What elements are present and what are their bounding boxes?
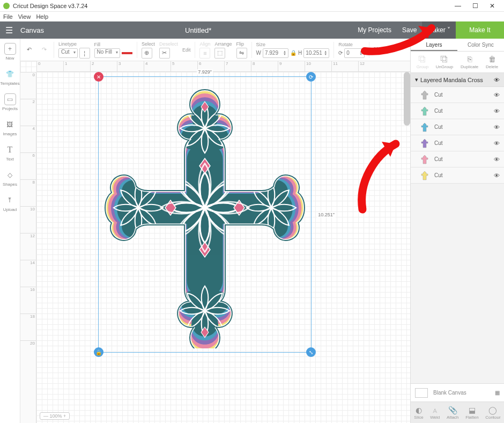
select-all-button[interactable]: ⊕: [142, 48, 152, 59]
weld-button[interactable]: ⟑Weld: [430, 406, 440, 420]
eye-icon[interactable]: 👁: [494, 156, 500, 163]
layer-group-header[interactable]: ▾ Layered Mandala Cross 👁: [411, 73, 504, 87]
make-it-button[interactable]: Make It: [456, 21, 504, 39]
ruler-vertical: 02468101214161820: [20, 72, 36, 423]
eye-icon[interactable]: 👁: [494, 108, 500, 114]
layer-op-label: Cut: [434, 172, 443, 178]
maximize-button[interactable]: ☐: [466, 2, 484, 10]
rail-shapes[interactable]: ◇Shapes: [3, 169, 17, 187]
layer-row[interactable]: Cut👁: [411, 87, 504, 103]
canvas-area[interactable]: 0123456789101112 02468101214161820: [20, 61, 410, 423]
slice-icon: ◐: [416, 406, 422, 414]
flip-button[interactable]: ⇋: [236, 48, 247, 59]
menu-help[interactable]: Help: [36, 13, 48, 20]
linetype-opts[interactable]: ¦: [79, 48, 90, 59]
layer-swatch-icon: [420, 170, 429, 181]
rail-text[interactable]: TText: [4, 144, 16, 162]
document-title[interactable]: Untitled*: [44, 26, 352, 34]
my-projects-button[interactable]: My Projects: [352, 21, 397, 39]
fill-swatch-icon[interactable]: [122, 52, 132, 54]
size-group: Size W 7.929▲▼ 🔒 H 10.251▲▼: [256, 42, 330, 58]
rotate-input[interactable]: 0▲▼: [344, 48, 365, 58]
rotate-icon: ⟳: [338, 50, 343, 56]
app-title: Cricut Design Space v3.7.24: [13, 3, 449, 9]
menu-view[interactable]: View: [18, 13, 31, 20]
redo-button[interactable]: ↷: [39, 45, 49, 55]
delete-button[interactable]: 🗑Delete: [486, 55, 498, 69]
linetype-select[interactable]: Cut: [58, 48, 78, 58]
weld-icon: ⟑: [433, 406, 437, 414]
machine-select[interactable]: Maker ˅: [422, 21, 456, 39]
align-button[interactable]: ≡: [199, 48, 210, 59]
app-logo-icon: [3, 3, 10, 9]
eye-icon[interactable]: 👁: [494, 140, 500, 147]
rail-projects[interactable]: ▭Projects: [2, 93, 18, 111]
layer-op-label: Cut: [434, 108, 443, 114]
eye-icon[interactable]: 👁: [494, 77, 500, 83]
group-button[interactable]: ⿻Group: [417, 55, 428, 69]
height-input[interactable]: 10.251▲▼: [303, 48, 329, 58]
layer-row[interactable]: Cut👁: [411, 135, 504, 151]
rail-new[interactable]: +New: [4, 43, 16, 61]
projects-icon: ▭: [4, 93, 16, 105]
zoom-badge[interactable]: — 100% +: [40, 412, 70, 420]
eye-icon[interactable]: 👁: [494, 92, 500, 98]
blank-swatch-icon: [415, 388, 428, 398]
panel-tabs: Layers Color Sync: [411, 39, 504, 52]
blank-canvas-row[interactable]: Blank Canvas ▦: [411, 383, 504, 402]
layer-row[interactable]: Cut👁: [411, 151, 504, 167]
width-input[interactable]: 7.929▲▼: [263, 48, 288, 58]
grid-toggle-icon[interactable]: ▦: [495, 390, 500, 396]
rail-upload[interactable]: ⤒Upload: [3, 194, 17, 212]
lock-aspect-icon[interactable]: 🔒: [290, 50, 297, 56]
tab-layers[interactable]: Layers: [411, 39, 457, 51]
hamburger-icon[interactable]: ☰: [0, 25, 18, 35]
contour-button[interactable]: ◯Contour: [485, 406, 500, 420]
fill-group: Fill No Fill: [94, 42, 132, 58]
rail-templates[interactable]: 👕Templates: [0, 68, 19, 86]
layer-row[interactable]: Cut👁: [411, 103, 504, 119]
rotate-handle-icon[interactable]: ⟳: [306, 72, 316, 82]
ungroup-icon: ⿻: [441, 55, 448, 63]
selection-box[interactable]: ✕ ⟳ 🔒 ⤡ 7.929" 10.251": [98, 76, 312, 353]
more-button[interactable]: More ▾: [374, 47, 390, 53]
eye-icon[interactable]: 👁: [494, 124, 500, 130]
left-rail: +New 👕Templates ▭Projects 🖼Images TText …: [0, 39, 20, 423]
layer-swatch-icon: [420, 106, 429, 116]
contour-icon: ◯: [488, 406, 497, 414]
upload-icon: ⤒: [4, 194, 16, 206]
group-icon: ⿻: [419, 55, 426, 63]
fill-select[interactable]: No Fill: [94, 48, 120, 58]
resize-handle-icon[interactable]: ⤡: [306, 347, 316, 357]
scrollbar-vertical[interactable]: [404, 72, 410, 126]
bottom-tools: ◐Slice ⟑Weld 📎Attach ⬓Flatten ◯Contour: [411, 402, 504, 423]
ungroup-button[interactable]: ⿻UnGroup: [436, 55, 453, 69]
close-button[interactable]: ✕: [484, 2, 501, 10]
delete-handle-icon[interactable]: ✕: [94, 72, 103, 82]
menu-file[interactable]: File: [3, 13, 13, 20]
duplicate-button[interactable]: ⎘Duplicate: [461, 55, 478, 69]
save-button[interactable]: Save: [397, 21, 422, 39]
layer-row[interactable]: Cut👁: [411, 167, 504, 184]
arrange-button[interactable]: ⬚: [214, 48, 225, 59]
layer-row[interactable]: Cut👁: [411, 119, 504, 135]
tshirt-icon: 👕: [4, 68, 16, 80]
layer-swatch-icon: [420, 90, 429, 100]
app-header: ☰ Canvas Untitled* My Projects Save Make…: [0, 21, 504, 39]
lock-handle-icon[interactable]: 🔒: [94, 347, 103, 357]
eye-icon[interactable]: 👁: [494, 172, 500, 179]
menu-bar: File View Help: [0, 12, 504, 21]
caret-down-icon: ▾: [415, 76, 418, 83]
undo-button[interactable]: ↶: [24, 45, 34, 55]
image-icon: 🖼: [4, 119, 16, 130]
slice-button[interactable]: ◐Slice: [414, 406, 423, 420]
right-panel: Layers Color Sync ⿻Group ⿻UnGroup ⎘Dupli…: [410, 39, 504, 423]
attach-button[interactable]: 📎Attach: [447, 406, 459, 420]
edit-button[interactable]: ✂: [159, 48, 170, 59]
shapes-icon: ◇: [4, 169, 16, 181]
minimize-button[interactable]: —: [449, 2, 466, 10]
flatten-button[interactable]: ⬓Flatten: [465, 406, 478, 420]
tab-color-sync[interactable]: Color Sync: [457, 39, 504, 51]
rail-images[interactable]: 🖼Images: [3, 119, 17, 136]
duplicate-icon: ⎘: [468, 55, 472, 63]
